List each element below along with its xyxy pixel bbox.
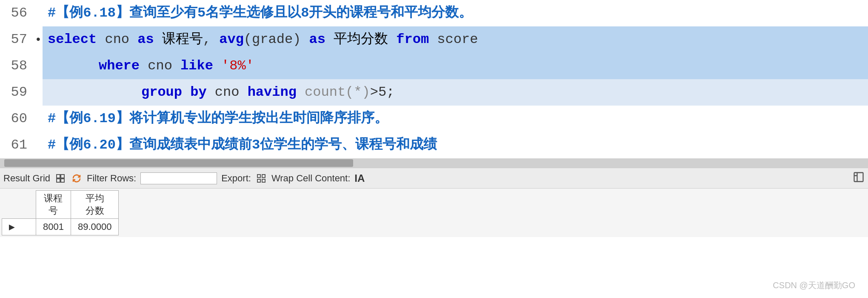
cn-pingjunfenshu: 平均分数 [334,31,396,49]
table-row[interactable]: ▶ 8001 89.0000 [2,219,119,235]
svg-rect-7 [262,179,265,182]
col-header-kechenghaо[interactable]: 课程号 [36,191,71,219]
col-cno2: cno [148,57,180,75]
line-content-59: group by cno having count(*)>5; [43,79,868,106]
svg-rect-6 [257,179,260,182]
col-cno3: cno [215,83,248,101]
cn-kechenghaо: 课程号 [162,31,203,49]
line-number-60: 60 [0,106,34,132]
result-toolbar: Result Grid Filter Rows: Export: [0,168,868,189]
export-icon[interactable] [255,172,267,184]
refresh-icon[interactable] [71,172,83,184]
result-table: 课程号 平均分数 ▶ 8001 89.0000 [2,190,119,235]
kw-select: select [48,31,105,49]
code-line-59: 59 group by cno having count(*)>5; [0,79,868,106]
line-dot-57: • [34,26,43,53]
line-number-57: 57 [0,26,34,53]
line-dot-59 [34,79,43,106]
fn-count: count(*) [305,83,370,101]
comment-text-60: #【例6.19】将计算机专业的学生按出生时间降序排序。 [48,110,388,128]
horizontal-scrollbar[interactable] [0,158,868,168]
svg-rect-2 [57,179,60,182]
result-table-container: 课程号 平均分数 ▶ 8001 89.0000 [0,189,868,237]
watermark: CSDN @天道酬勤GO [773,280,855,291]
wrap-cell-label: Wrap Cell Content: [271,173,350,184]
line-number-56: 56 [0,0,34,26]
line-number-61: 61 [0,132,34,158]
col-header-arrow [2,191,36,219]
code-line-58: 58 where cno like '8%' [0,53,868,79]
line-content-60: #【例6.19】将计算机专业的学生按出生时间降序排序。 [43,106,868,132]
grid-icon[interactable] [54,172,66,184]
kw-where: where [99,57,148,75]
col-header-pingjunfenshu[interactable]: 平均分数 [71,191,119,219]
line-dot-60 [34,106,43,132]
svg-rect-0 [57,175,60,178]
code-line-57: 57 • select cno as 课程号, avg(grade) as 平均… [0,26,868,53]
svg-rect-8 [854,173,863,182]
line-content-58: where cno like '8%' [43,53,868,79]
cell-pingjunfenshu: 89.0000 [71,219,119,235]
gt5: >5; [370,83,395,101]
col-cno: cno [105,31,137,49]
expand-icon[interactable] [853,171,865,185]
tbl-score: score [437,31,478,49]
kw-having: having [248,83,305,101]
code-line-56: 56 #【例6.18】查询至少有5名学生选修且以8开头的课程号和平均分数。 [0,0,868,26]
kw-from: from [396,31,437,49]
kw-as2: as [309,31,334,49]
wrap-icon[interactable]: IA [354,172,365,184]
line-number-58: 58 [0,53,34,79]
filter-rows-input[interactable] [140,172,217,184]
line-dot-61 [34,132,43,158]
comment-text-61: #【例6.20】查询成绩表中成绩前3位学生的学号、课程号和成绩 [48,136,437,154]
line-number-59: 59 [0,79,34,106]
result-panel: Result Grid Filter Rows: Export: [0,168,868,237]
code-line-60: 60 #【例6.19】将计算机专业的学生按出生时间降序排序。 [0,106,868,132]
comment-text-56: #【例6.18】查询至少有5名学生选修且以8开头的课程号和平均分数。 [48,4,472,22]
kw-like: like [180,57,221,75]
row-arrow: ▶ [2,219,36,235]
code-editor: 56 #【例6.18】查询至少有5名学生选修且以8开头的课程号和平均分数。 57… [0,0,868,158]
kw-as1: as [137,31,162,49]
line-content-56: #【例6.18】查询至少有5名学生选修且以8开头的课程号和平均分数。 [43,0,868,26]
export-label: Export: [221,173,251,184]
scrollbar-thumb[interactable] [4,159,353,167]
line-dot-56 [34,0,43,26]
line-content-61: #【例6.20】查询成绩表中成绩前3位学生的学号、课程号和成绩 [43,132,868,158]
kw-avg: avg [219,31,244,49]
svg-rect-4 [257,175,260,178]
svg-rect-1 [61,175,64,178]
filter-rows-label: Filter Rows: [87,173,136,184]
line-dot-58 [34,53,43,79]
svg-rect-5 [262,175,265,178]
kw-group: group by [141,83,215,101]
cell-kechenghao: 8001 [36,219,71,235]
code-line-61: 61 #【例6.20】查询成绩表中成绩前3位学生的学号、课程号和成绩 [0,132,868,158]
result-grid-label: Result Grid [3,173,50,184]
string-8pct: '8%' [221,57,254,75]
svg-rect-3 [61,179,64,182]
line-content-57: select cno as 课程号, avg(grade) as 平均分数 fr… [43,26,868,53]
